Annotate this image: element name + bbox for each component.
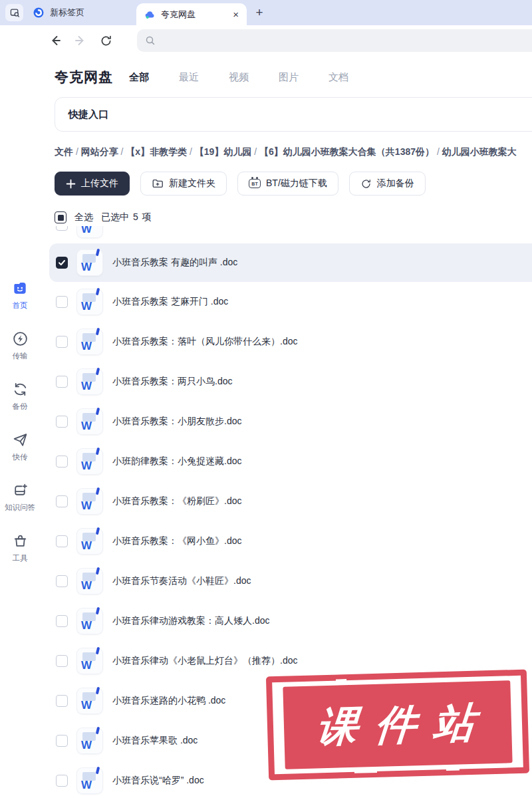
tab-document[interactable]: 文档 <box>329 71 348 84</box>
browser-tab-quark[interactable]: 夸克网盘 × <box>136 3 247 25</box>
folder-plus-icon <box>152 178 164 190</box>
file-row[interactable]: W 小班音乐教案：两只小鸟.doc <box>49 362 532 402</box>
sidebar-item-quickshare[interactable]: 快传 <box>0 431 40 462</box>
breadcrumb-separator: / <box>187 146 195 157</box>
file-name[interactable]: 小班音乐教案：两只小鸟.doc <box>112 376 232 388</box>
watermark-stamp: 课件站 <box>266 670 529 781</box>
transfer-icon <box>11 330 29 347</box>
paper-plane-icon <box>11 431 29 448</box>
browser-tab-bar: 新标签页 夸克网盘 × + <box>0 0 532 25</box>
file-checkbox[interactable] <box>56 535 68 547</box>
word-doc-icon: W <box>76 488 103 515</box>
sidebar-item-transfer[interactable]: 传输 <box>0 330 40 361</box>
file-checkbox[interactable] <box>56 336 68 348</box>
file-name[interactable]: 小班音乐教案：《粉刷匠》.doc <box>112 495 241 507</box>
action-bar: 上传文件 新建文件夹 BT BT/磁力链下载 添加备份 <box>55 172 532 196</box>
file-name[interactable]: 小班音乐苹果歌 .doc <box>112 735 198 747</box>
file-checkbox[interactable] <box>56 775 68 787</box>
file-row[interactable]: W <box>49 226 532 243</box>
file-row[interactable]: W 小班音乐教案：《网小鱼》.doc <box>49 521 532 561</box>
file-row[interactable]: W 小班韵律教案：小兔捉迷藏.doc <box>49 442 532 481</box>
breadcrumb-item[interactable]: 【19】幼儿园 <box>195 146 252 157</box>
file-name[interactable]: 小班音乐迷路的小花鸭 .doc <box>112 695 225 707</box>
sidebar-item-tools[interactable]: 工具 <box>0 532 40 563</box>
word-doc-icon: W <box>76 688 103 714</box>
select-all-checkbox[interactable] <box>55 211 66 223</box>
file-name[interactable]: 小班音乐教案：落叶（风儿你带什么来）.doc <box>112 336 297 348</box>
file-name[interactable]: 小班音乐节奏活动《小鞋匠》.doc <box>112 575 251 587</box>
sidebar-item-home[interactable]: 首页 <box>0 279 40 311</box>
file-checkbox[interactable] <box>56 376 68 388</box>
file-name[interactable]: 小班音乐律动《小老鼠上灯台》（推荐）.doc <box>112 655 297 667</box>
file-row[interactable]: W 小班音乐节奏活动《小鞋匠》.doc <box>49 561 532 601</box>
word-doc-icon: W <box>76 648 103 674</box>
tab-search-button[interactable] <box>5 4 23 21</box>
breadcrumb-item[interactable]: 文件 <box>55 146 73 157</box>
back-button[interactable] <box>48 33 63 48</box>
breadcrumb-item[interactable]: 幼儿园小班教案大 <box>442 146 517 157</box>
tab-video[interactable]: 视频 <box>229 71 249 84</box>
selection-bar: 全选 已选中 5 项 <box>55 211 532 223</box>
browser-tab-newtab[interactable]: 新标签页 <box>27 0 91 25</box>
upload-file-button[interactable]: 上传文件 <box>55 172 130 196</box>
address-bar-input[interactable] <box>161 36 532 46</box>
file-checkbox[interactable] <box>56 226 68 231</box>
quick-entry-title: 快捷入口 <box>68 108 108 121</box>
file-name[interactable]: 小班音乐说“哈罗” .doc <box>112 775 204 787</box>
file-row[interactable]: W 小班音乐教案 芝麻开门 .doc <box>49 282 532 322</box>
refresh-icon <box>100 35 112 47</box>
word-doc-icon: W <box>76 289 103 315</box>
breadcrumb-item[interactable]: 网站分享 <box>81 146 118 157</box>
file-checkbox[interactable] <box>56 695 68 707</box>
file-name[interactable]: 小班音乐教案：《网小鱼》.doc <box>112 535 241 547</box>
toolbox-icon <box>11 532 29 549</box>
select-all-label: 全选 <box>74 211 93 223</box>
refresh-button[interactable] <box>98 33 113 48</box>
tab-all[interactable]: 全部 <box>129 71 149 84</box>
bt-magnet-download-button[interactable]: BT BT/磁力链下载 <box>237 172 338 196</box>
new-folder-button[interactable]: 新建文件夹 <box>140 172 227 196</box>
file-name[interactable]: 小班音乐教案 芝麻开门 .doc <box>112 296 228 308</box>
breadcrumb-separator: / <box>434 146 442 157</box>
address-bar[interactable] <box>137 29 532 52</box>
sidebar-item-label: 首页 <box>13 301 28 311</box>
file-checkbox[interactable] <box>56 416 68 428</box>
tab-image[interactable]: 图片 <box>279 71 299 84</box>
search-icon <box>145 35 156 46</box>
add-backup-button[interactable]: 添加备份 <box>349 172 426 196</box>
word-doc-icon: W <box>76 329 103 355</box>
word-doc-icon: W <box>76 767 103 794</box>
knowledge-qa-icon <box>11 481 29 499</box>
file-checkbox[interactable] <box>56 735 68 747</box>
file-checkbox[interactable] <box>56 615 68 627</box>
file-checkbox[interactable] <box>56 495 68 507</box>
forward-button[interactable] <box>73 33 88 48</box>
file-row[interactable]: W 小班音乐教案：《粉刷匠》.doc <box>49 481 532 521</box>
breadcrumb-item[interactable]: 【6】幼儿园小班教案大合集（共1387份） <box>259 146 434 157</box>
file-row[interactable]: W 小班音乐律动游戏教案：高人矮人.doc <box>49 601 532 641</box>
sidebar-item-backup[interactable]: 备份 <box>0 380 40 412</box>
file-row[interactable]: W 小班音乐教案：落叶（风儿你带什么来）.doc <box>49 322 532 362</box>
breadcrumb-item[interactable]: 【x】非教学类 <box>126 146 187 157</box>
check-icon <box>58 259 66 267</box>
sidebar-item-label: 知识问答 <box>5 503 35 513</box>
file-name[interactable]: 小班音乐律动游戏教案：高人矮人.doc <box>112 615 269 627</box>
breadcrumb: 文件 / 网站分享 / 【x】非教学类 / 【19】幼儿园 / 【6】幼儿园小班… <box>55 146 532 158</box>
file-name[interactable]: 小班音乐教案 有趣的叫声 .doc <box>112 257 237 269</box>
file-checkbox[interactable] <box>56 456 68 467</box>
file-checkbox[interactable] <box>56 655 68 667</box>
file-name[interactable]: 小班韵律教案：小兔捉迷藏.doc <box>112 456 241 467</box>
file-row[interactable]: W 小班音乐教案：小朋友散步.doc <box>49 402 532 442</box>
quark-favicon-icon <box>144 9 155 20</box>
quick-entry-card[interactable]: 快捷入口 <box>55 97 532 132</box>
new-tab-button[interactable]: + <box>251 5 267 21</box>
file-name[interactable]: 小班音乐教案：小朋友散步.doc <box>112 416 241 428</box>
file-checkbox[interactable] <box>56 257 68 269</box>
file-checkbox[interactable] <box>56 575 68 587</box>
sidebar-item-knowledge-qa[interactable]: 知识问答 <box>0 481 40 513</box>
browser-toolbar <box>0 25 532 56</box>
file-row[interactable]: W 小班音乐教案 有趣的叫声 .doc <box>49 243 532 282</box>
file-checkbox[interactable] <box>56 296 68 308</box>
tab-close-icon[interactable]: × <box>233 9 239 19</box>
tab-recent[interactable]: 最近 <box>179 71 199 84</box>
